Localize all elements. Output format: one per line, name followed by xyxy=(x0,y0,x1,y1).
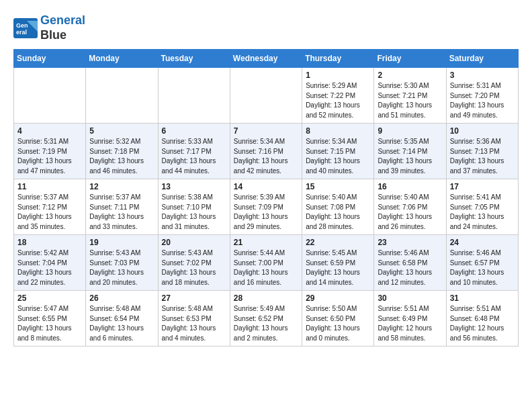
calendar-body: 1Sunrise: 5:29 AMSunset: 7:22 PMDaylight… xyxy=(14,68,519,347)
day-info: Sunrise: 5:29 AMSunset: 7:22 PMDaylight:… xyxy=(306,81,370,120)
day-info: Sunrise: 5:46 AMSunset: 6:58 PMDaylight:… xyxy=(378,248,442,287)
calendar-cell: 27Sunrise: 5:48 AMSunset: 6:53 PMDayligh… xyxy=(158,291,230,347)
day-number: 23 xyxy=(378,238,442,247)
weekday-header-saturday: Saturday xyxy=(446,50,518,68)
calendar-week-row: 11Sunrise: 5:37 AMSunset: 7:12 PMDayligh… xyxy=(14,179,519,235)
day-number: 9 xyxy=(378,126,442,136)
day-number: 29 xyxy=(306,293,370,303)
weekday-header-friday: Friday xyxy=(374,50,446,68)
day-number: 4 xyxy=(17,126,82,136)
day-number: 3 xyxy=(450,71,515,80)
calendar-cell: 12Sunrise: 5:37 AMSunset: 7:11 PMDayligh… xyxy=(86,179,158,235)
page-header: Gen eral GeneralBlue xyxy=(13,13,519,42)
calendar-cell xyxy=(158,68,230,124)
day-info: Sunrise: 5:51 AMSunset: 6:48 PMDaylight:… xyxy=(450,304,515,343)
calendar-cell: 10Sunrise: 5:36 AMSunset: 7:13 PMDayligh… xyxy=(446,124,518,179)
logo: Gen eral GeneralBlue xyxy=(13,13,85,42)
day-info: Sunrise: 5:43 AMSunset: 7:02 PMDaylight:… xyxy=(162,248,226,287)
day-info: Sunrise: 5:48 AMSunset: 6:53 PMDaylight:… xyxy=(162,304,226,343)
weekday-header-wednesday: Wednesday xyxy=(230,50,302,68)
day-number: 12 xyxy=(89,182,154,191)
day-number: 19 xyxy=(89,238,154,247)
day-info: Sunrise: 5:44 AMSunset: 7:00 PMDaylight:… xyxy=(234,248,298,287)
day-number: 17 xyxy=(450,182,515,191)
day-info: Sunrise: 5:47 AMSunset: 6:55 PMDaylight:… xyxy=(17,304,82,343)
day-number: 5 xyxy=(89,126,154,136)
calendar-cell: 11Sunrise: 5:37 AMSunset: 7:12 PMDayligh… xyxy=(14,179,86,235)
day-info: Sunrise: 5:37 AMSunset: 7:11 PMDaylight:… xyxy=(89,193,154,232)
calendar-cell: 3Sunrise: 5:31 AMSunset: 7:20 PMDaylight… xyxy=(446,68,518,124)
calendar-cell: 17Sunrise: 5:41 AMSunset: 7:05 PMDayligh… xyxy=(446,179,518,235)
calendar-week-row: 1Sunrise: 5:29 AMSunset: 7:22 PMDaylight… xyxy=(14,68,519,124)
day-info: Sunrise: 5:34 AMSunset: 7:15 PMDaylight:… xyxy=(306,137,370,176)
weekday-header-sunday: Sunday xyxy=(14,50,86,68)
calendar-header: SundayMondayTuesdayWednesdayThursdayFrid… xyxy=(14,50,519,68)
calendar-cell: 13Sunrise: 5:38 AMSunset: 7:10 PMDayligh… xyxy=(158,179,230,235)
day-info: Sunrise: 5:42 AMSunset: 7:04 PMDaylight:… xyxy=(17,248,82,287)
calendar-cell: 8Sunrise: 5:34 AMSunset: 7:15 PMDaylight… xyxy=(302,124,374,179)
calendar-week-row: 18Sunrise: 5:42 AMSunset: 7:04 PMDayligh… xyxy=(14,235,519,291)
calendar-cell: 6Sunrise: 5:33 AMSunset: 7:17 PMDaylight… xyxy=(158,124,230,179)
calendar-cell: 20Sunrise: 5:43 AMSunset: 7:02 PMDayligh… xyxy=(158,235,230,291)
weekday-header-thursday: Thursday xyxy=(302,50,374,68)
day-info: Sunrise: 5:31 AMSunset: 7:20 PMDaylight:… xyxy=(450,81,515,120)
day-info: Sunrise: 5:40 AMSunset: 7:08 PMDaylight:… xyxy=(306,193,370,232)
day-info: Sunrise: 5:36 AMSunset: 7:13 PMDaylight:… xyxy=(450,137,515,176)
day-info: Sunrise: 5:32 AMSunset: 7:18 PMDaylight:… xyxy=(89,137,154,176)
day-number: 6 xyxy=(162,126,226,136)
day-number: 10 xyxy=(450,126,515,136)
calendar-cell: 31Sunrise: 5:51 AMSunset: 6:48 PMDayligh… xyxy=(446,291,518,347)
logo-text: GeneralBlue xyxy=(40,13,85,42)
day-info: Sunrise: 5:45 AMSunset: 6:59 PMDaylight:… xyxy=(306,248,370,287)
calendar-cell: 23Sunrise: 5:46 AMSunset: 6:58 PMDayligh… xyxy=(374,235,446,291)
day-number: 15 xyxy=(306,182,370,191)
day-number: 25 xyxy=(17,293,82,303)
calendar-cell: 29Sunrise: 5:50 AMSunset: 6:50 PMDayligh… xyxy=(302,291,374,347)
calendar-cell: 14Sunrise: 5:39 AMSunset: 7:09 PMDayligh… xyxy=(230,179,302,235)
calendar-cell: 30Sunrise: 5:51 AMSunset: 6:49 PMDayligh… xyxy=(374,291,446,347)
day-number: 13 xyxy=(162,182,226,191)
day-info: Sunrise: 5:40 AMSunset: 7:06 PMDaylight:… xyxy=(378,193,442,232)
calendar-cell: 7Sunrise: 5:34 AMSunset: 7:16 PMDaylight… xyxy=(230,124,302,179)
calendar-cell: 21Sunrise: 5:44 AMSunset: 7:00 PMDayligh… xyxy=(230,235,302,291)
weekday-header-row: SundayMondayTuesdayWednesdayThursdayFrid… xyxy=(14,50,519,68)
day-number: 21 xyxy=(234,238,298,247)
calendar-week-row: 4Sunrise: 5:31 AMSunset: 7:19 PMDaylight… xyxy=(14,124,519,179)
calendar-cell: 15Sunrise: 5:40 AMSunset: 7:08 PMDayligh… xyxy=(302,179,374,235)
calendar-cell: 4Sunrise: 5:31 AMSunset: 7:19 PMDaylight… xyxy=(14,124,86,179)
day-info: Sunrise: 5:35 AMSunset: 7:14 PMDaylight:… xyxy=(378,137,442,176)
calendar-cell: 24Sunrise: 5:46 AMSunset: 6:57 PMDayligh… xyxy=(446,235,518,291)
weekday-header-monday: Monday xyxy=(86,50,158,68)
calendar-cell: 25Sunrise: 5:47 AMSunset: 6:55 PMDayligh… xyxy=(14,291,86,347)
day-info: Sunrise: 5:39 AMSunset: 7:09 PMDaylight:… xyxy=(234,193,298,232)
calendar-cell: 2Sunrise: 5:30 AMSunset: 7:21 PMDaylight… xyxy=(374,68,446,124)
calendar-cell: 5Sunrise: 5:32 AMSunset: 7:18 PMDaylight… xyxy=(86,124,158,179)
day-info: Sunrise: 5:51 AMSunset: 6:49 PMDaylight:… xyxy=(378,304,442,343)
calendar-cell: 28Sunrise: 5:49 AMSunset: 6:52 PMDayligh… xyxy=(230,291,302,347)
day-number: 11 xyxy=(17,182,82,191)
day-info: Sunrise: 5:41 AMSunset: 7:05 PMDaylight:… xyxy=(450,193,515,232)
day-info: Sunrise: 5:31 AMSunset: 7:19 PMDaylight:… xyxy=(17,137,82,176)
svg-text:Gen: Gen xyxy=(16,22,28,29)
svg-text:eral: eral xyxy=(16,29,27,36)
calendar-cell: 9Sunrise: 5:35 AMSunset: 7:14 PMDaylight… xyxy=(374,124,446,179)
day-number: 24 xyxy=(450,238,515,247)
day-number: 27 xyxy=(162,293,226,303)
day-number: 7 xyxy=(234,126,298,136)
day-number: 26 xyxy=(89,293,154,303)
day-info: Sunrise: 5:49 AMSunset: 6:52 PMDaylight:… xyxy=(234,304,298,343)
day-info: Sunrise: 5:50 AMSunset: 6:50 PMDaylight:… xyxy=(306,304,370,343)
day-number: 22 xyxy=(306,238,370,247)
day-number: 28 xyxy=(234,293,298,303)
day-number: 8 xyxy=(306,126,370,136)
logo-icon: Gen eral xyxy=(13,18,38,38)
day-number: 30 xyxy=(378,293,442,303)
day-number: 16 xyxy=(378,182,442,191)
day-info: Sunrise: 5:33 AMSunset: 7:17 PMDaylight:… xyxy=(162,137,226,176)
calendar-week-row: 25Sunrise: 5:47 AMSunset: 6:55 PMDayligh… xyxy=(14,291,519,347)
calendar-cell xyxy=(14,68,86,124)
day-info: Sunrise: 5:30 AMSunset: 7:21 PMDaylight:… xyxy=(378,81,442,120)
calendar-cell: 22Sunrise: 5:45 AMSunset: 6:59 PMDayligh… xyxy=(302,235,374,291)
day-number: 20 xyxy=(162,238,226,247)
day-info: Sunrise: 5:46 AMSunset: 6:57 PMDaylight:… xyxy=(450,248,515,287)
